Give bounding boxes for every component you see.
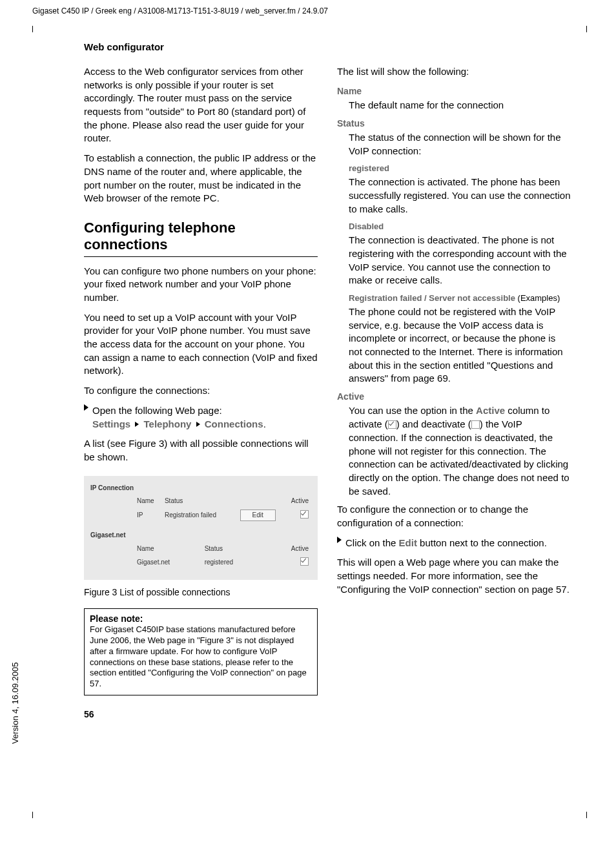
note-title: Please note:: [90, 613, 312, 624]
arrow-icon: [196, 422, 200, 427]
page-number: 56: [84, 708, 318, 721]
doc-header: Gigaset C450 IP / Greek eng / A31008-M17…: [32, 6, 590, 15]
crop-mark: [580, 26, 587, 32]
crop-mark: [580, 812, 587, 818]
list-item: Open the following Web page: Settings Te…: [84, 404, 318, 431]
row-name: Gigaset.net: [134, 555, 202, 570]
crop-mark: [32, 26, 39, 32]
checkbox-on-icon: [388, 420, 396, 429]
term-body: The status of the connection will be sho…: [349, 131, 571, 158]
list-text: Open the following Web page:: [92, 405, 222, 416]
paragraph: You can configure two phone numbers on y…: [84, 265, 318, 305]
col-status: Status: [202, 542, 262, 555]
fig-section: Gigaset.net: [90, 531, 311, 540]
checkbox-icon[interactable]: [300, 557, 309, 566]
nav-settings: Settings: [92, 418, 130, 429]
heading: Configuring telephone connections: [84, 220, 318, 254]
crop-mark: [32, 812, 39, 818]
text: ) and deactivate (: [396, 418, 471, 429]
term-active: Active: [337, 391, 571, 403]
figure-screenshot: IP Connection Name Status Active IP Regi…: [84, 476, 318, 581]
checkbox-icon[interactable]: [300, 510, 309, 519]
figure-caption: Figure 3 List of possible connections: [84, 586, 318, 599]
row-status: Registration failed: [162, 508, 232, 523]
paragraph: To configure the connection or to change…: [337, 503, 571, 530]
term-status: Status: [337, 118, 571, 130]
version-text: Version 4, 16.09.2005: [10, 663, 20, 745]
col-active: Active: [271, 542, 311, 555]
term-registered: registered: [349, 163, 571, 174]
active-word: Active: [476, 405, 505, 416]
term-body: The phone could not be registered with t…: [349, 305, 571, 386]
term-disabled: Disabled: [349, 221, 571, 232]
term-regfailed-label: Registration failed / Server not accessi…: [349, 293, 515, 303]
paragraph: You need to set up a VoIP account with y…: [84, 311, 318, 378]
right-column: The list will show the following: Name T…: [337, 65, 571, 721]
term-regfailed: Registration failed / Server not accessi…: [349, 293, 571, 304]
nav-connections: Connections: [205, 418, 263, 429]
row-status: registered: [202, 555, 262, 570]
note-body: For Gigaset C450IP base stations manufac…: [90, 624, 312, 690]
nav-telephony: Telephony: [144, 418, 192, 429]
term-body: The connection is deactivated. The phone…: [349, 234, 571, 287]
term-body: The connection is activated. The phone h…: [349, 176, 571, 216]
text: You can use the option in the: [349, 405, 476, 416]
row-name: IP: [134, 508, 162, 523]
col-active: Active: [283, 495, 311, 508]
term-body: The default name for the connection: [349, 99, 571, 112]
note-box: Please note: For Gigaset C450IP base sta…: [84, 608, 318, 696]
section-title: Web configurator: [84, 41, 590, 52]
term-name: Name: [337, 85, 571, 98]
text: ) the VoIP connection. If the connection…: [349, 418, 570, 496]
col-name: Name: [134, 495, 162, 508]
edit-button[interactable]: Edit: [240, 509, 276, 521]
paragraph: To establish a connection, the public IP…: [84, 152, 318, 205]
fig-section: IP Connection: [90, 484, 311, 493]
triangle-icon: [84, 404, 88, 411]
rule: [84, 256, 318, 257]
edit-word: Edit: [399, 537, 417, 548]
paragraph: Access to the Web configurator services …: [84, 65, 318, 145]
term-body: You can use the option in the Active col…: [349, 404, 571, 498]
paragraph: The list will show the following:: [337, 65, 571, 79]
text: Click on the: [345, 537, 399, 548]
paragraph: A list (see Figure 3) with all possible …: [84, 437, 318, 464]
list-item: Click on the Edit button next to the con…: [337, 537, 571, 550]
paragraph: To configure the connections:: [84, 384, 318, 398]
triangle-icon: [337, 537, 342, 543]
col-name: Name: [134, 542, 202, 555]
text: button next to the connection.: [417, 537, 547, 548]
col-status: Status: [162, 495, 232, 508]
arrow-icon: [135, 422, 139, 427]
checkbox-off-icon: [471, 420, 480, 429]
left-column: Access to the Web configurator services …: [84, 65, 318, 721]
paragraph: This will open a Web page where you can …: [337, 556, 571, 596]
term-regfailed-ex: (Examples): [518, 293, 560, 303]
